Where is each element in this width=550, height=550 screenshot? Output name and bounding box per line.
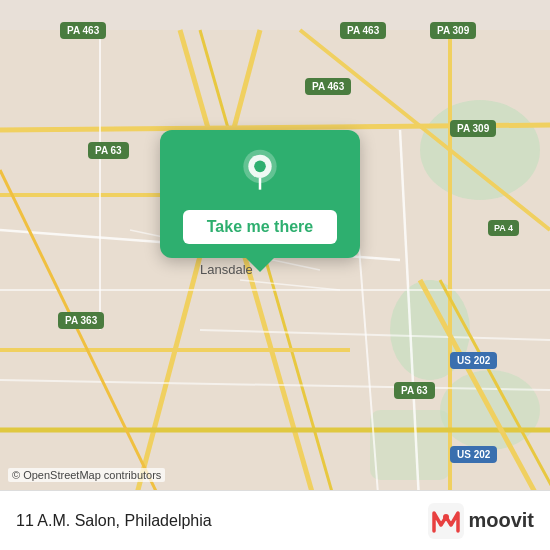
road-badge-pa463-top-right: PA 463 (340, 22, 386, 39)
road-badge-pa463-mid: PA 463 (305, 78, 351, 95)
moovit-logo: moovit (428, 503, 534, 539)
popup-card: Take me there (160, 130, 360, 258)
svg-point-1 (420, 100, 540, 200)
road-badge-us202-right: US 202 (450, 352, 497, 369)
svg-rect-4 (370, 410, 450, 480)
road-badge-pa309-top: PA 309 (430, 22, 476, 39)
road-badge-pa4: PA 4 (488, 220, 519, 236)
road-badge-pa463-top-left: PA 463 (60, 22, 106, 39)
map-container: PA 463 PA 463 PA 309 PA 63 PA 463 PA 309… (0, 0, 550, 550)
road-badge-pa363: PA 363 (58, 312, 104, 329)
moovit-wordmark: moovit (468, 509, 534, 532)
road-badge-pa63-left: PA 63 (88, 142, 129, 159)
bottom-bar: 11 A.M. Salon, Philadelphia moovit (0, 490, 550, 550)
take-me-there-button[interactable]: Take me there (183, 210, 337, 244)
location-name: 11 A.M. Salon, Philadelphia (16, 512, 212, 530)
moovit-logo-icon (428, 503, 464, 539)
svg-point-28 (254, 161, 266, 173)
road-badge-pa63-bottom: PA 63 (394, 382, 435, 399)
road-badge-pa309-right: PA 309 (450, 120, 496, 137)
popup-tail (246, 258, 274, 272)
copyright-text: © OpenStreetMap contributors (8, 468, 165, 482)
svg-point-30 (443, 514, 449, 520)
location-pin-icon (235, 148, 285, 198)
lansdale-label: Lansdale (200, 262, 253, 277)
road-badge-us202-bottom: US 202 (450, 446, 497, 463)
